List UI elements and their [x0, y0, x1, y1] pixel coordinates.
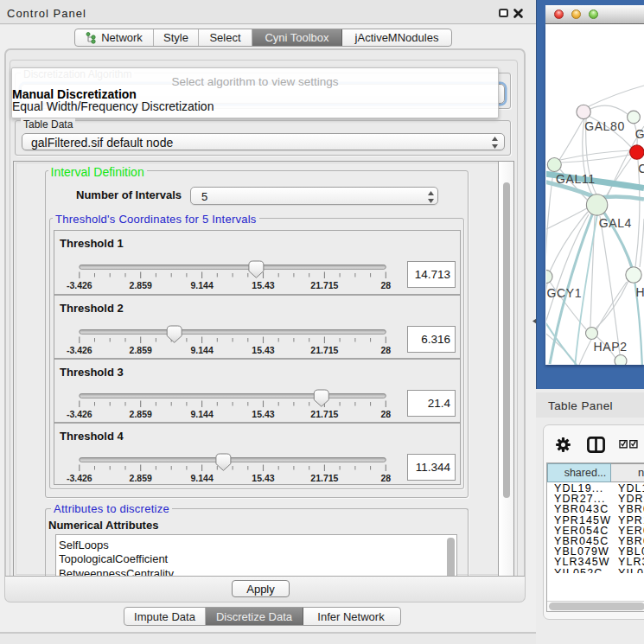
svg-text:-3.426: -3.426 — [67, 344, 92, 354]
svg-text:21.715: 21.715 — [310, 472, 338, 482]
svg-text:21.715: 21.715 — [310, 408, 338, 418]
svg-text:GCY1: GCY1 — [547, 286, 583, 300]
svg-text:-3.426: -3.426 — [67, 408, 92, 418]
svg-text:21.715: 21.715 — [310, 344, 338, 354]
svg-text:HAP2: HAP2 — [594, 340, 628, 354]
svg-text:2.859: 2.859 — [130, 472, 152, 482]
svg-text:15.43: 15.43 — [252, 472, 274, 482]
svg-text:GAL80: GAL80 — [584, 119, 625, 133]
svg-text:28: 28 — [380, 279, 391, 290]
svg-text:9.144: 9.144 — [190, 408, 213, 418]
svg-text:GAL1: GAL1 — [635, 127, 644, 141]
svg-text:-3.426: -3.426 — [67, 279, 92, 290]
svg-text:28: 28 — [380, 344, 391, 354]
svg-text:9.144: 9.144 — [190, 472, 213, 482]
svg-text:2.859: 2.859 — [130, 344, 152, 354]
svg-text:GAL11: GAL11 — [556, 172, 596, 186]
svg-text:HIS4: HIS4 — [636, 285, 644, 299]
svg-text:9.144: 9.144 — [190, 279, 213, 290]
svg-text:15.43: 15.43 — [252, 344, 274, 354]
svg-text:21.715: 21.715 — [310, 279, 338, 290]
svg-text:15.43: 15.43 — [252, 408, 274, 418]
svg-text:CYC8: CYC8 — [638, 162, 644, 175]
svg-text:15.43: 15.43 — [252, 279, 274, 290]
svg-text:28: 28 — [380, 408, 391, 418]
svg-text:9.144: 9.144 — [190, 344, 213, 354]
svg-text:2.859: 2.859 — [130, 408, 152, 418]
svg-text:2.859: 2.859 — [130, 279, 152, 290]
svg-text:28: 28 — [380, 472, 391, 482]
svg-text:-3.426: -3.426 — [67, 472, 92, 482]
svg-text:GAL4: GAL4 — [599, 216, 632, 230]
